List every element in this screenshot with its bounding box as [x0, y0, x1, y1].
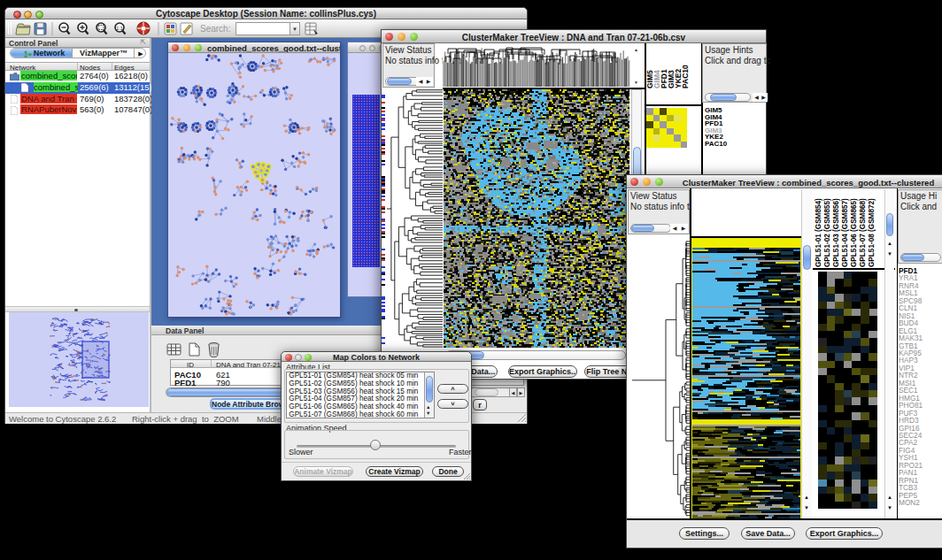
svg-text:GPL51-04 (GSM857): GPL51-04 (GSM857) — [841, 198, 849, 267]
svg-text:GPL51-03 (GSM856): GPL51-03 (GSM856) — [832, 198, 840, 267]
svg-text:GPL51-01 (GSM854): GPL51-01 (GSM854) — [815, 198, 822, 267]
svg-text:PAC10: PAC10 — [681, 65, 690, 88]
svg-text:GPL51-08 (GSM872): GPL51-08 (GSM872) — [868, 198, 876, 267]
svg-text:GPL51-06 (GSM865): GPL51-06 (GSM865) — [850, 198, 858, 267]
svg-text:GPL51-02 (GSM855): GPL51-02 (GSM855) — [823, 198, 831, 267]
svg-text:1:1: 1:1 — [116, 26, 123, 31]
svg-text:GPL51-07 (GSM868): GPL51-07 (GSM868) — [859, 198, 867, 267]
